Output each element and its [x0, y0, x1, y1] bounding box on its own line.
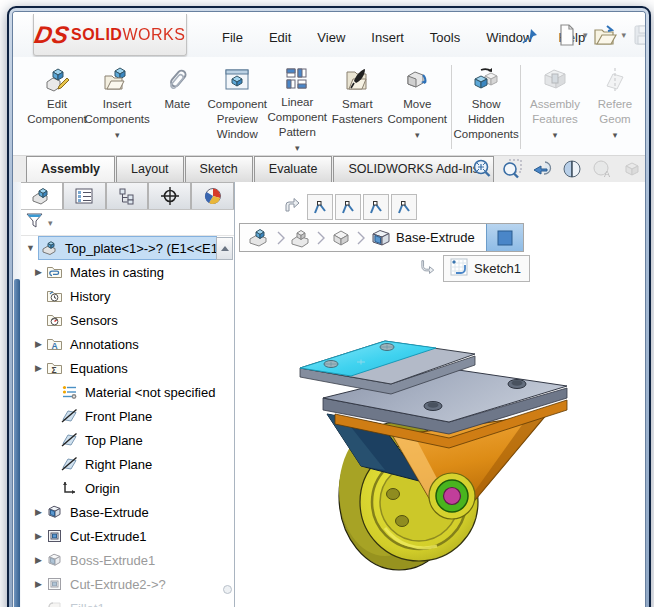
menu-view[interactable]: View	[304, 26, 358, 49]
edit-component-button[interactable]: Edit Component	[27, 59, 87, 155]
tree-item-cut-extrude2[interactable]: ▶ Cut-Extrude2->?	[21, 572, 234, 596]
quick-access-toolbar: ▾ ▾	[554, 22, 646, 48]
plane-icon	[61, 456, 80, 473]
breadcrumb-base-extrude[interactable]: Base-Extrude	[366, 227, 484, 249]
tree-scrollbar-thumb[interactable]	[14, 279, 20, 607]
tree-scrollbar[interactable]	[13, 182, 21, 607]
angle-mate-icon[interactable]	[363, 194, 389, 220]
tree-item-material[interactable]: Material <not specified	[21, 380, 234, 404]
view-settings-icon[interactable]	[620, 157, 643, 180]
menu-insert[interactable]: Insert	[358, 26, 417, 49]
zoom-to-area-icon[interactable]	[500, 157, 523, 180]
tree-item-top-plane[interactable]: Top Plane	[21, 428, 234, 452]
graphics-viewport[interactable]: Base-Extrude Sketch1	[235, 182, 645, 607]
featuremanager-tab[interactable]	[20, 182, 63, 209]
filter-icon[interactable]	[25, 212, 44, 233]
panel-splitter-handle[interactable]	[223, 585, 232, 594]
pin-menu-icon[interactable]	[518, 24, 542, 48]
feature-tree: ▼ Top_plate<1>->? (E1<<E1 ▶ Mates in cas…	[13, 236, 234, 607]
angle-mate-icon[interactable]	[335, 194, 361, 220]
expander-closed-icon[interactable]: ▶	[31, 363, 46, 373]
configurationmanager-tab[interactable]	[106, 182, 149, 209]
breadcrumb-assembly[interactable]	[244, 227, 276, 249]
tree-scroll-up-button[interactable]	[216, 237, 233, 260]
chevron-down-icon[interactable]: ▾	[621, 30, 626, 40]
origin-icon	[61, 480, 80, 497]
chevron-right-icon	[357, 230, 365, 246]
cut-extrude-icon	[46, 576, 65, 593]
dimxpert-tab[interactable]	[148, 182, 191, 209]
chevron-down-icon[interactable]: ▾	[415, 130, 420, 140]
angle-mate-icon[interactable]	[307, 194, 333, 220]
expander-closed-icon[interactable]: ▶	[31, 555, 46, 565]
tree-item-fillet1[interactable]: Fillet1	[21, 596, 234, 607]
expander-closed-icon[interactable]: ▶	[31, 531, 46, 541]
expander-closed-icon[interactable]: ▶	[31, 267, 46, 277]
expander-open-icon[interactable]: ▼	[23, 243, 38, 253]
tab-sketch[interactable]: Sketch	[185, 156, 253, 182]
main-area: ▾ ▼ Top_plate<1>->? (E1<<E1 ▶	[13, 182, 645, 607]
show-hidden-components-button[interactable]: Show Hidden Components	[456, 59, 516, 155]
tree-item-history[interactable]: History	[21, 284, 234, 308]
chevron-down-icon[interactable]: ▾	[613, 130, 618, 140]
tree-item-boss-extrude1[interactable]: ▶ Boss-Extrude1	[21, 548, 234, 572]
equations-folder-icon: Σ	[46, 360, 65, 377]
breadcrumb-body[interactable]	[326, 227, 356, 249]
sketch-icon	[449, 257, 469, 280]
tree-item-sensors[interactable]: Sensors	[21, 308, 234, 332]
toolbar-separator	[520, 65, 521, 149]
expander-closed-icon[interactable]: ▶	[31, 339, 46, 349]
component-preview-window-button[interactable]: Component Preview Window	[207, 59, 267, 155]
section-view-icon[interactable]	[560, 157, 583, 180]
smart-fasteners-button[interactable]: Smart Fasteners	[327, 59, 387, 155]
propertymanager-tab[interactable]	[63, 182, 106, 209]
chevron-down-icon[interactable]: ▾	[115, 130, 120, 140]
sketch1-button[interactable]: Sketch1	[443, 255, 530, 282]
menu-file[interactable]: File	[209, 26, 256, 49]
new-document-button[interactable]	[554, 22, 580, 48]
hub-center-magenta	[444, 488, 461, 505]
appearance-icon[interactable]: A	[590, 157, 613, 180]
menu-tools[interactable]: Tools	[417, 26, 473, 49]
tab-evaluate[interactable]: Evaluate	[254, 156, 333, 182]
tree-item-mates[interactable]: ▶ Mates in casting	[21, 260, 234, 284]
show-hidden-components-icon	[471, 65, 501, 95]
displaymanager-tab[interactable]	[191, 182, 234, 209]
reference-geometry-button[interactable]: Refere Geom ▾	[585, 59, 645, 155]
tree-item-equations[interactable]: ▶ Σ Equations	[21, 356, 234, 380]
angle-mate-icon[interactable]	[391, 194, 417, 220]
expander-closed-icon[interactable]: ▶	[31, 579, 46, 589]
chevron-down-icon[interactable]: ▾	[583, 30, 588, 40]
menu-edit[interactable]: Edit	[256, 26, 304, 49]
linear-component-pattern-button[interactable]: Linear Component Pattern ▾	[267, 59, 327, 155]
breadcrumb-sketch-selected[interactable]	[486, 224, 523, 251]
move-component-button[interactable]: Move Component ▾	[387, 59, 447, 155]
mate-button[interactable]: Mate	[147, 59, 207, 155]
selection-highlight: Top_plate<1>->? (E1<<E1	[38, 236, 217, 260]
open-document-button[interactable]	[592, 22, 618, 48]
assembly-features-button[interactable]: Assembly Features ▾	[525, 59, 585, 155]
chevron-down-icon[interactable]: ▾	[48, 218, 53, 228]
chevron-down-icon[interactable]: ▾	[553, 130, 558, 140]
logo-solid: SOLID	[71, 26, 122, 43]
previous-view-icon[interactable]	[530, 157, 553, 180]
chevron-right-icon	[277, 230, 285, 246]
tree-item-annotations[interactable]: ▶ A Annotations	[21, 332, 234, 356]
tree-item-cut-extrude1[interactable]: ▶ Cut-Extrude1	[21, 524, 234, 548]
breadcrumb-label: Base-Extrude	[393, 230, 481, 245]
tree-item-top-plate[interactable]: ▼ Top_plate<1>->? (E1<<E1	[21, 236, 234, 260]
solidworks-logo[interactable]: DS SOLIDWORKS	[33, 14, 187, 56]
chevron-down-icon[interactable]: ▾	[295, 143, 300, 153]
expander-closed-icon[interactable]: ▶	[31, 507, 46, 517]
tree-item-right-plane[interactable]: Right Plane	[21, 452, 234, 476]
tab-layout[interactable]: Layout	[116, 156, 184, 182]
tab-assembly[interactable]: Assembly	[26, 156, 115, 182]
insert-components-button[interactable]: Insert Components ▾	[87, 59, 147, 155]
zoom-to-fit-icon[interactable]	[470, 157, 493, 180]
tree-item-front-plane[interactable]: Front Plane	[21, 404, 234, 428]
tree-item-origin[interactable]: Origin	[21, 476, 234, 500]
tree-item-base-extrude[interactable]: ▶ Base-Extrude	[21, 500, 234, 524]
breadcrumb-part[interactable]	[286, 227, 316, 249]
save-button[interactable]	[631, 22, 646, 48]
svg-text:A: A	[52, 341, 58, 351]
